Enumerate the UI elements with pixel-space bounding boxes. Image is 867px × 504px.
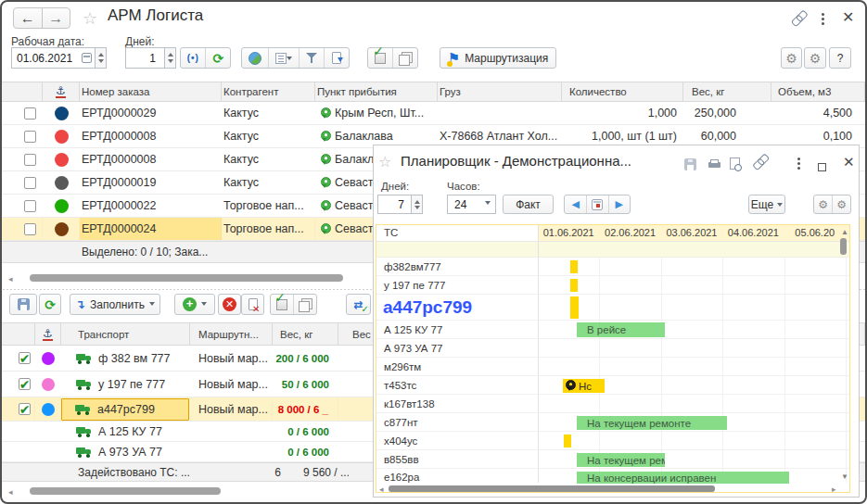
settings-button[interactable]: ⚙ [781, 47, 802, 69]
list-view-button[interactable] [268, 48, 300, 68]
auto-refresh-button[interactable]: (•) [181, 48, 205, 68]
vehicle-weight[interactable]: 50 / 6 000 [273, 372, 338, 397]
order-number[interactable]: ЕРТД0000029 [80, 102, 222, 124]
refresh-button[interactable]: ⟳ [205, 48, 230, 68]
map-button[interactable] [242, 48, 268, 68]
gantt-bar-yellow[interactable] [570, 296, 579, 319]
order-weight[interactable]: 250,000 [683, 102, 771, 124]
vehicle-name[interactable]: А 973 УА 77 [61, 442, 190, 461]
spin-up-icon[interactable] [98, 50, 104, 57]
spin-down-icon[interactable] [168, 59, 173, 66]
order-quantity[interactable]: 1,000 [562, 102, 683, 124]
gantt-scroll-up-icon[interactable]: ▲ [841, 228, 848, 236]
order-checkbox[interactable] [24, 154, 36, 166]
gantt-bar-repair[interactable]: На текущем ремонте [577, 416, 727, 430]
vehicles-scroll-left-icon[interactable]: ◂ [8, 488, 13, 497]
fill-button[interactable]: ↴ Заполнить [70, 294, 160, 315]
form-settings-button[interactable]: ⚙ [804, 47, 826, 69]
vehicles-hscrollbar[interactable] [30, 487, 221, 495]
cancel-doc-button[interactable]: ✕ [241, 294, 264, 315]
copy-button[interactable] [293, 295, 316, 314]
gantt-row[interactable]: у 197 пе 777 [376, 276, 849, 295]
more-button[interactable]: Еще [748, 195, 785, 214]
gantt-row[interactable]: х404ус [376, 432, 849, 450]
prev-period-button[interactable]: ◀ [565, 195, 586, 213]
calendar-icon[interactable] [82, 53, 92, 63]
orders-col-weight[interactable]: Вес, кг [683, 82, 771, 101]
order-number[interactable]: ЕРТД0000008 [80, 125, 222, 147]
spin-up-icon[interactable] [414, 197, 420, 204]
gantt-hscrollbar[interactable] [389, 485, 715, 492]
favorite-star-icon[interactable]: ☆ [378, 153, 391, 170]
vehicle-route[interactable] [190, 442, 273, 461]
orders-col-number[interactable]: Номер заказа [80, 82, 222, 101]
planner-save-button[interactable] [684, 158, 696, 174]
planner-hours-select[interactable]: 24 [447, 195, 496, 214]
gantt-row[interactable]: ф382вм777 [376, 258, 849, 276]
vehicle-checkbox[interactable]: ✔ [19, 378, 31, 390]
order-checkbox[interactable] [24, 131, 36, 143]
days-input[interactable]: 1 [125, 47, 165, 69]
days-stepper[interactable] [164, 47, 176, 69]
gantt-row[interactable]: а447рс799 [376, 295, 849, 321]
vehicle-route[interactable]: Новый мар... [190, 397, 273, 421]
order-contractor[interactable]: Кактус [222, 102, 315, 124]
orders-col-volume[interactable]: Объем, м3 [771, 82, 865, 101]
orders-col-contractor[interactable]: Контрагент [222, 82, 315, 101]
gantt-bar-in-trip[interactable]: В рейсе [577, 322, 665, 337]
order-cargo[interactable] [438, 102, 562, 124]
planner-days-input[interactable]: 7 [377, 195, 412, 214]
order-number[interactable]: ЕРТД0000024 [80, 218, 222, 240]
orders-scroll-left-icon[interactable]: ◂ [8, 275, 13, 284]
maximize-button[interactable] [818, 158, 826, 175]
spin-up-icon[interactable] [168, 50, 173, 57]
vehicle-route[interactable]: Новый мар... [190, 372, 273, 397]
order-checkbox[interactable] [24, 200, 36, 212]
vehicle-weight[interactable]: 8 000 / 6 _ [273, 397, 338, 421]
vehicle-name[interactable]: а447рс799 [61, 398, 189, 421]
vehicle-name[interactable]: А 125 КУ 77 [61, 422, 190, 441]
next-period-button[interactable]: ▶ [608, 195, 630, 213]
gantt-row[interactable]: м296тм [376, 358, 849, 376]
vehicles-col-route[interactable]: Маршрутн... [190, 323, 273, 345]
vehicles-col-transport[interactable]: Транспорт [61, 323, 190, 345]
favorite-star-icon[interactable]: ☆ [83, 8, 97, 29]
more-menu-icon[interactable] [797, 158, 800, 160]
routing-button[interactable]: ⚑ Маршрутизация [440, 47, 556, 69]
gantt-bar-conservation[interactable]: На консервации исправен [577, 472, 789, 484]
gantt-bar-repair[interactable]: На текущем ремонте [577, 453, 665, 467]
vehicle-route[interactable]: Новый мар... [190, 346, 273, 371]
get-link-button[interactable] [790, 10, 806, 30]
vehicle-name[interactable]: у 197 пе 777 [61, 372, 190, 397]
copy-button[interactable] [392, 48, 417, 68]
more-menu-icon[interactable] [822, 13, 824, 16]
planner-days-stepper[interactable] [411, 195, 423, 214]
order-number[interactable]: ЕРТД0000019 [80, 171, 222, 194]
vehicle-name[interactable]: ф 382 вм 777 [61, 346, 190, 371]
filter-button[interactable] [299, 48, 324, 68]
order-destination[interactable]: Крым Респ, Шт... [315, 102, 438, 124]
order-contractor[interactable]: Торговое нап... [222, 218, 315, 240]
orders-hscrollbar[interactable] [30, 274, 343, 282]
check-all-button[interactable] [368, 48, 392, 68]
print-button[interactable] [708, 158, 720, 174]
vehicle-weight[interactable]: 0 / 6 000 [273, 422, 338, 441]
load-orders-button[interactable] [324, 48, 349, 68]
vehicles-refresh-button[interactable]: ⟳ [39, 294, 61, 315]
planner-close-icon[interactable]: ✕ [843, 155, 855, 170]
working-date-stepper[interactable] [95, 47, 107, 69]
save-button[interactable] [9, 294, 37, 315]
gantt-row[interactable]: А 973 УА 77 [376, 339, 849, 358]
order-checkbox[interactable] [24, 107, 36, 120]
gantt-row[interactable]: т453тс [376, 376, 849, 395]
check-all-button[interactable] [271, 295, 293, 314]
orders-col-cargo[interactable]: Груз [438, 82, 562, 101]
gantt-bar-yellow[interactable] [570, 260, 578, 273]
vehicle-route[interactable] [190, 422, 273, 441]
gantt-row[interactable]: к167вт138 [376, 395, 849, 413]
gantt-scroll-left-icon[interactable]: ◂ [379, 485, 384, 494]
orders-col-quantity[interactable]: Количество [562, 82, 683, 101]
help-button[interactable]: ? [829, 47, 851, 69]
order-contractor[interactable]: Торговое нап... [222, 195, 315, 217]
vehicles-col-weight[interactable]: Вес, кг [273, 323, 338, 345]
